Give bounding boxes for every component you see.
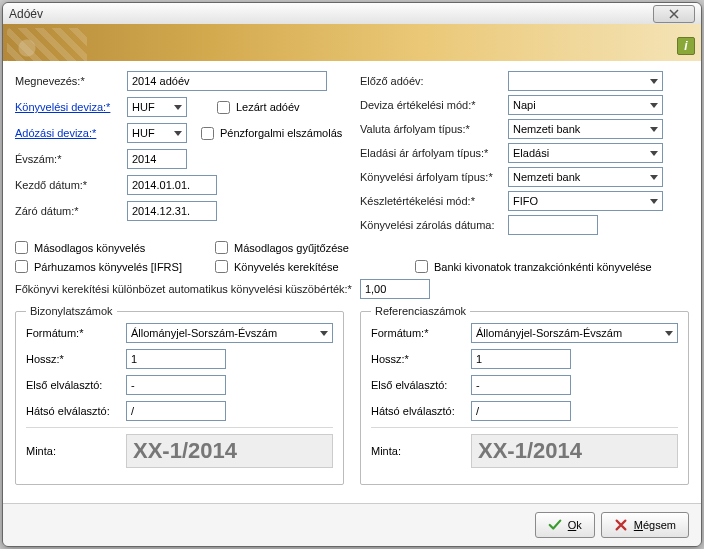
close-button[interactable] (653, 5, 695, 23)
window-title: Adóév (9, 7, 43, 21)
label-valuta-arfolyam: Valuta árfolyam típus:* (360, 123, 508, 135)
label-keszlet-mod: Készletértékelési mód:* (360, 195, 508, 207)
input-ref-hossz[interactable] (471, 349, 571, 369)
label-kezdo-datum: Kezdő dátum:* (15, 179, 127, 191)
input-biz-elso-elvalaszto[interactable] (126, 375, 226, 395)
check-icon (548, 518, 562, 532)
checkbox-penzforgalmi[interactable]: Pénzforgalmi elszámolás (201, 127, 342, 140)
fieldset-bizonylatszamok: Bizonylatszámok Formátum:* Állományjel-S… (15, 305, 344, 485)
left-column: Megnevezés:* Könyvelési deviza:* HUF Lez… (15, 71, 344, 239)
label-biz-hossz: Hossz:* (26, 353, 126, 365)
label-zaro-datum: Záró dátum:* (15, 205, 127, 217)
titlebar: Adóév (3, 3, 701, 24)
select-konyvelesi-deviza[interactable]: HUF (127, 97, 187, 117)
input-konyv-zarolas[interactable] (508, 215, 598, 235)
checkbox-parhuzamos-ifrs[interactable]: Párhuzamos könyvelés [IFRS] (15, 260, 215, 273)
cancel-button[interactable]: Mégsem (601, 512, 689, 538)
label-ref-hossz: Hossz:* (371, 353, 471, 365)
display-ref-minta: XX-1/2014 (471, 434, 678, 468)
label-evszam: Évszám:* (15, 153, 127, 165)
combo-konyvelesi-arfolyam[interactable]: Nemzeti bank (508, 167, 663, 187)
label-biz-hatso-elvalaszto: Hátsó elválasztó: (26, 405, 126, 417)
label-biz-minta: Minta: (26, 445, 126, 457)
ok-button[interactable]: Ok (535, 512, 595, 538)
combo-biz-formatum[interactable]: Állományjel-Sorszám-Évszám (126, 323, 333, 343)
close-icon (669, 9, 679, 19)
input-zaro-datum[interactable] (127, 201, 217, 221)
legend-bizonylat: Bizonylatszámok (26, 305, 117, 317)
input-evszam[interactable] (127, 149, 187, 169)
mid-checkbox-grid: Másodlagos könyvelés Másodlagos gyűjtőzé… (15, 241, 689, 273)
fieldset-referenciaszamok: Referenciaszámok Formátum:* Állományjel-… (360, 305, 689, 485)
link-konyvelesi-deviza[interactable]: Könyvelési deviza:* (15, 101, 127, 113)
checkbox-masod-konyveles[interactable]: Másodlagos könyvelés (15, 241, 215, 254)
right-column: Előző adóév: Deviza értékelési mód:* Nap… (360, 71, 689, 239)
cancel-icon (614, 518, 628, 532)
label-biz-formatum: Formátum:* (26, 327, 126, 339)
input-biz-hatso-elvalaszto[interactable] (126, 401, 226, 421)
link-adozasi-deviza[interactable]: Adózási deviza:* (15, 127, 127, 139)
checkbox-masod-gyujtozes[interactable]: Másodlagos gyűjtőzése (215, 241, 415, 254)
label-megnevezes: Megnevezés:* (15, 75, 127, 87)
label-biz-elso-elvalaszto: Első elválasztó: (26, 379, 126, 391)
combo-eladasi-ar[interactable]: Eladási (508, 143, 663, 163)
label-ref-hatso-elvalaszto: Hátsó elválasztó: (371, 405, 471, 417)
combo-ref-formatum[interactable]: Állományjel-Sorszám-Évszám (471, 323, 678, 343)
combo-keszlet-mod[interactable]: FIFO (508, 191, 663, 211)
label-konyv-zarolas: Könyvelési zárolás dátuma: (360, 219, 508, 231)
checkbox-banki-kivonat[interactable]: Banki kivonatok tranzakciónkénti könyvel… (415, 260, 689, 273)
label-eladasi-ar: Eladási ár árfolyam típus:* (360, 147, 508, 159)
label-ref-elso-elvalaszto: Első elválasztó: (371, 379, 471, 391)
label-ref-formatum: Formátum:* (371, 327, 471, 339)
checkbox-lezart-adoev[interactable]: Lezárt adóév (217, 101, 300, 114)
label-deviza-ertekelesi-mod: Deviza értékelési mód:* (360, 99, 508, 111)
label-ref-minta: Minta: (371, 445, 471, 457)
input-ref-hatso-elvalaszto[interactable] (471, 401, 571, 421)
input-kezdo-datum[interactable] (127, 175, 217, 195)
input-biz-hossz[interactable] (126, 349, 226, 369)
display-biz-minta: XX-1/2014 (126, 434, 333, 468)
combo-deviza-ertekelesi-mod[interactable]: Napi (508, 95, 663, 115)
select-adozasi-deviza[interactable]: HUF (127, 123, 187, 143)
banner: i (3, 24, 701, 61)
button-bar: Ok Mégsem (3, 503, 701, 546)
form-content: Megnevezés:* Könyvelési deviza:* HUF Lez… (3, 61, 701, 503)
label-kerekitesi-kuszob: Főkönyvi kerekítési különbözet automatik… (15, 283, 352, 295)
label-elozo-adoev: Előző adóév: (360, 75, 508, 87)
info-icon[interactable]: i (677, 37, 695, 55)
input-kerekitesi-kuszob[interactable] (360, 279, 430, 299)
label-konyvelesi-arfolyam: Könyvelési árfolyam típus:* (360, 171, 508, 183)
input-ref-elso-elvalaszto[interactable] (471, 375, 571, 395)
combo-elozo-adoev[interactable] (508, 71, 663, 91)
input-megnevezes[interactable] (127, 71, 327, 91)
combo-valuta-arfolyam[interactable]: Nemzeti bank (508, 119, 663, 139)
legend-referencia: Referenciaszámok (371, 305, 470, 317)
window-root: Adóév i Megnevezés:* Könyvelési deviza:*… (2, 2, 702, 547)
checkbox-konyveles-kerekitese[interactable]: Könyvelés kerekítése (215, 260, 415, 273)
